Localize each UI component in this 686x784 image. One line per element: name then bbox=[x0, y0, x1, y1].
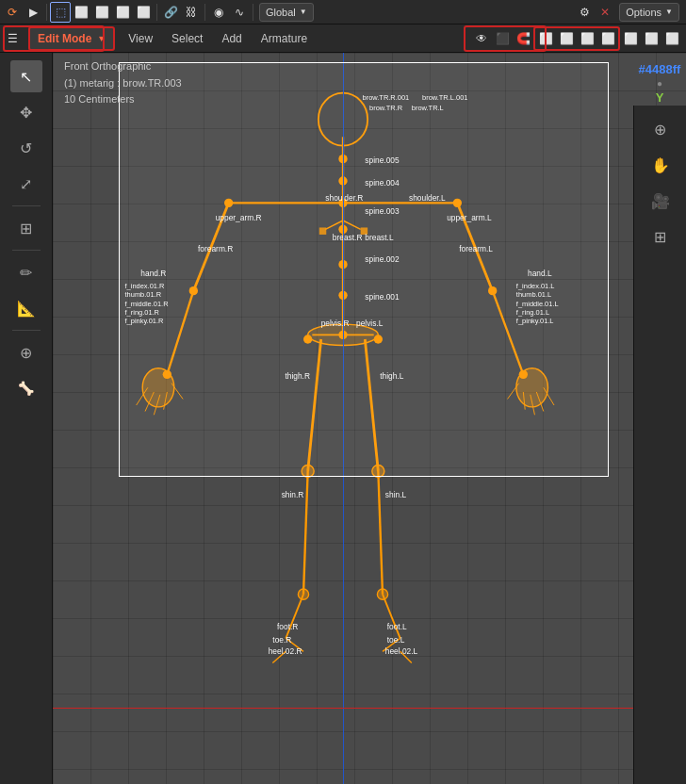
right-tool-grid[interactable]: ⊞ bbox=[645, 220, 677, 253]
global-label: Global bbox=[266, 7, 296, 18]
toolbar-icon-cursor[interactable]: ⟳ bbox=[2, 2, 23, 23]
mode-icon-extra2[interactable]: ⬜ bbox=[641, 28, 662, 49]
toolbar-sep-2 bbox=[156, 4, 157, 21]
tool-measure[interactable]: 📐 bbox=[10, 292, 42, 324]
toolbar-sep-1 bbox=[46, 4, 47, 21]
top-toolbar: ⟳ ▶ ⬚ ⬜ ⬜ ⬜ ⬜ 🔗 ⛓ ◉ ∿ Global ▼ ⚙ ✕ Optio… bbox=[0, 0, 686, 24]
tool-extrude[interactable]: ⊕ bbox=[10, 336, 42, 368]
view-icons-group: ⬜ ⬜ ⬜ ⬜ bbox=[533, 26, 620, 51]
toolbar-icon-group-left: ⟳ ▶ ⬚ ⬜ ⬜ ⬜ ⬜ 🔗 ⛓ ◉ ∿ Global ▼ bbox=[0, 0, 318, 24]
toolbar-icon-chain[interactable]: ⛓ bbox=[181, 2, 202, 23]
svg-line-27 bbox=[303, 471, 308, 595]
toolbar-icon-x[interactable]: ✕ bbox=[595, 2, 615, 23]
viewport-projection: Front Orthographic bbox=[64, 58, 182, 75]
svg-line-33 bbox=[383, 595, 400, 639]
axis-y: Y bbox=[656, 90, 664, 105]
tool-select[interactable]: ↖ bbox=[10, 60, 42, 92]
mode-icon-material[interactable]: ⬜ bbox=[577, 28, 597, 49]
axis-z: #4488ff bbox=[639, 62, 681, 76]
toolbar-icon-dot[interactable]: ◉ bbox=[208, 2, 229, 23]
mode-icon-eye[interactable]: 👁 bbox=[471, 28, 492, 49]
viewport-object-name: (1) metarig : brow.TR.003 bbox=[64, 75, 182, 92]
mode-icon-prop[interactable]: ⬛ bbox=[492, 28, 513, 49]
svg-line-31 bbox=[286, 595, 303, 639]
svg-line-28 bbox=[378, 471, 383, 595]
svg-point-35 bbox=[298, 589, 308, 599]
toolbar-icon-circle[interactable]: ⬜ bbox=[91, 2, 112, 23]
options-label: Options bbox=[626, 7, 662, 18]
viewport-scale: 10 Centimeters bbox=[64, 91, 182, 108]
mode-bar: ☰ Edit Mode ▼ View Select Add Armature 👁… bbox=[0, 24, 686, 53]
tool-sep-1 bbox=[12, 205, 41, 206]
mode-icon-render[interactable]: ⬜ bbox=[597, 28, 618, 49]
toolbar-icon-link[interactable]: 🔗 bbox=[160, 2, 181, 23]
mode-bar-right: 👁 ⬛ 🧲 ⬜ ⬜ ⬜ ⬜ ⬜ ⬜ ⬜ bbox=[471, 24, 686, 52]
toolbar-icon-play[interactable]: ▶ bbox=[23, 2, 43, 23]
selection-box bbox=[119, 62, 609, 477]
tool-sep-2 bbox=[12, 250, 41, 251]
tool-transform[interactable]: ⊞ bbox=[10, 212, 42, 244]
svg-text:heel.02.R: heel.02.R bbox=[269, 646, 302, 656]
menu-select[interactable]: Select bbox=[162, 26, 212, 51]
right-tool-pan[interactable]: ✋ bbox=[645, 149, 677, 181]
svg-text:foot.L: foot.L bbox=[387, 622, 407, 631]
toolbar-icon-settings[interactable]: ⚙ bbox=[574, 2, 595, 23]
toolbar-icon-select3[interactable]: ⬜ bbox=[133, 2, 154, 23]
global-dropdown-arrow: ▼ bbox=[300, 8, 307, 16]
toolbar-icon-lasso[interactable]: ⬜ bbox=[71, 2, 91, 23]
right-tool-camera[interactable]: 🎥 bbox=[645, 185, 677, 217]
tool-scale[interactable]: ⤢ bbox=[10, 168, 42, 200]
options-dropdown-arrow: ▼ bbox=[665, 8, 673, 16]
horizontal-origin-line bbox=[53, 708, 686, 709]
viewport-info: Front Orthographic (1) metarig : brow.TR… bbox=[64, 58, 182, 108]
mode-icon-extra3[interactable]: ⬜ bbox=[662, 28, 682, 49]
toolbar-right: ⚙ ✕ Options ▼ bbox=[574, 0, 686, 24]
svg-text:toe.L: toe.L bbox=[387, 635, 405, 645]
tool-move[interactable]: ✥ bbox=[10, 96, 42, 128]
toolbar-icon-box-select[interactable]: ⬚ bbox=[50, 2, 71, 23]
toolbar-icon-wave[interactable]: ∿ bbox=[229, 2, 250, 23]
svg-text:foot.R: foot.R bbox=[277, 622, 298, 631]
toolbar-icon-select2[interactable]: ⬜ bbox=[112, 2, 133, 23]
tool-sep-3 bbox=[12, 330, 41, 331]
axis-dot: ● bbox=[657, 78, 662, 89]
edit-mode-label: Edit Mode bbox=[38, 32, 91, 45]
toolbar-sep-4 bbox=[253, 4, 253, 21]
svg-text:shin.R: shin.R bbox=[282, 490, 304, 499]
toolbar-sep-3 bbox=[204, 4, 205, 21]
menu-view[interactable]: View bbox=[119, 26, 162, 51]
viewport[interactable]: spine.005 spine.004 shoulder.R shoulder.… bbox=[53, 53, 686, 784]
svg-text:heel.02.L: heel.02.L bbox=[385, 646, 418, 656]
menu-armature[interactable]: Armature bbox=[252, 26, 317, 51]
tool-rotate[interactable]: ↺ bbox=[10, 132, 42, 164]
toolbar-options-dropdown[interactable]: Options ▼ bbox=[619, 3, 679, 22]
mode-bar-icon-left[interactable]: ☰ bbox=[2, 28, 23, 49]
left-toolbar: ↖ ✥ ↺ ⤢ ⊞ ✏ 📐 ⊕ 🦴 bbox=[0, 53, 53, 784]
edit-mode-arrow: ▼ bbox=[97, 34, 106, 43]
mode-icon-wire[interactable]: ⬜ bbox=[556, 28, 577, 49]
right-tools: ⊕ ✋ 🎥 ⊞ bbox=[633, 106, 686, 784]
svg-text:shin.L: shin.L bbox=[385, 490, 407, 499]
menu-add[interactable]: Add bbox=[212, 26, 251, 51]
right-tool-zoom[interactable]: ⊕ bbox=[645, 113, 677, 145]
tool-bone[interactable]: 🦴 bbox=[10, 372, 42, 404]
mode-icon-solid[interactable]: ⬜ bbox=[535, 28, 556, 49]
mode-icon-extra1[interactable]: ⬜ bbox=[620, 28, 641, 49]
mode-icon-snap[interactable]: 🧲 bbox=[513, 28, 533, 49]
edit-mode-dropdown[interactable]: Edit Mode ▼ bbox=[28, 26, 115, 51]
svg-point-36 bbox=[377, 589, 387, 599]
svg-text:toe.R: toe.R bbox=[272, 635, 291, 645]
toolbar-global-dropdown[interactable]: Global ▼ bbox=[259, 3, 314, 22]
tool-annotate[interactable]: ✏ bbox=[10, 256, 42, 288]
